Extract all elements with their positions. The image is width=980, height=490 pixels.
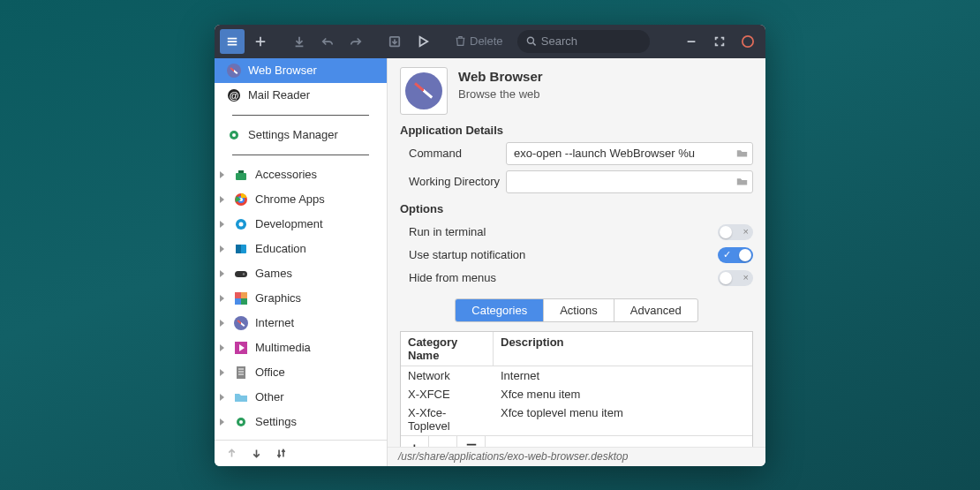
sidebar-item-settings-manager[interactable]: Settings Manager	[215, 123, 387, 147]
clear-category-button[interactable]	[457, 436, 486, 447]
workdir-input[interactable]	[507, 175, 731, 188]
tab-advanced[interactable]: Advanced	[614, 299, 697, 321]
chevron-right-icon	[220, 196, 224, 203]
sidebar-item-office[interactable]: Office	[215, 360, 387, 385]
statusbar: /usr/share/applications/exo-web-browser.…	[388, 447, 765, 466]
table-row[interactable]: X-XFCE Xfce menu item	[401, 385, 752, 403]
play-icon	[234, 341, 248, 355]
save-button[interactable]	[287, 29, 312, 54]
compass-icon	[234, 316, 248, 330]
sidebar-item-label: Graphics	[255, 291, 301, 305]
menu-button[interactable]	[220, 29, 245, 54]
svg-text:@: @	[230, 90, 239, 101]
add-button[interactable]	[248, 29, 273, 54]
gear-icon	[234, 415, 248, 429]
run-terminal-toggle[interactable]: ×	[718, 224, 753, 240]
sidebar-item-accessories[interactable]: Accessories	[215, 162, 387, 187]
sidebar-item-label: Web Browser	[248, 64, 317, 77]
close-button[interactable]	[735, 29, 760, 54]
svg-rect-23	[237, 366, 245, 379]
folder-icon[interactable]	[731, 171, 752, 192]
sidebar: Web Browser @ Mail Reader Settings Manag…	[215, 58, 388, 466]
sidebar-item-label: Multimedia	[255, 341, 311, 354]
chevron-right-icon	[220, 369, 224, 376]
table-row[interactable]: Network Internet	[401, 366, 752, 385]
chevron-right-icon	[220, 245, 224, 253]
toolbar: Delete	[215, 25, 765, 58]
sidebar-item-internet[interactable]: Internet	[215, 311, 387, 335]
maximize-button[interactable]	[707, 29, 732, 54]
svg-rect-21	[241, 298, 247, 305]
svg-point-1	[527, 37, 533, 43]
redo-button[interactable]	[343, 29, 368, 54]
chevron-right-icon	[220, 171, 224, 178]
command-input[interactable]	[507, 147, 731, 160]
sidebar-list[interactable]: Web Browser @ Mail Reader Settings Manag…	[215, 58, 387, 440]
app-title: Web Browser	[458, 69, 543, 84]
detail-header: Web Browser Browse the web	[400, 67, 753, 115]
add-category-button[interactable]: +	[401, 436, 429, 447]
folder-icon[interactable]	[731, 143, 752, 164]
workdir-input-wrapper[interactable]	[506, 170, 753, 193]
sidebar-item-games[interactable]: Games	[215, 261, 387, 286]
hide-menus-toggle[interactable]: ×	[718, 270, 753, 286]
option-label: Hide from menus	[409, 271, 496, 284]
section-options: Options	[400, 202, 753, 215]
remove-category-button[interactable]: −	[429, 436, 457, 447]
field-workdir: Working Directory	[400, 170, 753, 193]
chevron-right-icon	[220, 221, 224, 228]
undo-button[interactable]	[315, 29, 340, 54]
search-input[interactable]	[541, 34, 641, 48]
sidebar-item-settings[interactable]: Settings	[215, 410, 387, 434]
category-table: Category Name Description Network Intern…	[400, 331, 753, 447]
gamepad-icon	[234, 267, 248, 281]
gear-icon	[234, 217, 248, 231]
chrome-icon	[234, 192, 248, 207]
option-label: Run in terminal	[409, 225, 486, 238]
svg-rect-15	[236, 245, 241, 253]
sort-button[interactable]	[269, 442, 292, 464]
sidebar-item-web-browser[interactable]: Web Browser	[215, 58, 387, 83]
sidebar-item-graphics[interactable]: Graphics	[215, 286, 387, 311]
delete-button[interactable]: Delete	[449, 29, 509, 54]
at-icon: @	[227, 88, 241, 102]
run-button[interactable]	[411, 29, 435, 54]
book-icon	[234, 242, 248, 256]
compass-icon	[405, 72, 442, 109]
chevron-right-icon	[220, 394, 224, 401]
col-header-name[interactable]: Category Name	[401, 332, 494, 366]
minimize-button[interactable]	[679, 29, 704, 54]
sidebar-item-label: Settings Manager	[248, 128, 338, 141]
sidebar-item-education[interactable]: Education	[215, 237, 387, 261]
move-up-button[interactable]	[220, 442, 243, 464]
startup-notify-toggle[interactable]: ✓	[718, 247, 753, 263]
sidebar-item-label: Internet	[255, 316, 294, 329]
sidebar-item-other[interactable]: Other	[215, 385, 387, 410]
sidebar-item-multimedia[interactable]: Multimedia	[215, 335, 387, 360]
sidebar-item-chrome-apps[interactable]: Chrome Apps	[215, 187, 387, 212]
command-input-wrapper[interactable]	[506, 142, 753, 165]
sidebar-item-label: Settings	[255, 415, 297, 428]
svg-point-25	[239, 420, 243, 424]
svg-rect-7	[236, 173, 246, 180]
app-icon-button[interactable]	[400, 67, 448, 115]
svg-rect-19	[241, 292, 247, 298]
sidebar-item-system[interactable]: System	[215, 434, 387, 440]
move-down-button[interactable]	[245, 442, 268, 464]
tab-actions[interactable]: Actions	[544, 299, 614, 321]
tab-categories[interactable]: Categories	[456, 299, 544, 321]
command-label: Command	[400, 147, 506, 160]
svg-rect-8	[238, 170, 244, 173]
tiles-icon	[234, 291, 248, 305]
chevron-right-icon	[220, 320, 224, 327]
svg-rect-18	[235, 292, 241, 298]
table-row[interactable]: X-Xfce-Toplevel Xfce toplevel menu item	[401, 403, 752, 435]
col-header-desc[interactable]: Description	[494, 332, 752, 366]
sidebar-item-mail-reader[interactable]: @ Mail Reader	[215, 83, 387, 108]
sidebar-item-development[interactable]: Development	[215, 212, 387, 237]
sidebar-item-label: Mail Reader	[248, 88, 310, 102]
search-box[interactable]	[517, 30, 650, 53]
sidebar-item-label: Education	[255, 242, 306, 255]
svg-rect-16	[235, 271, 247, 277]
export-button[interactable]	[382, 29, 407, 54]
